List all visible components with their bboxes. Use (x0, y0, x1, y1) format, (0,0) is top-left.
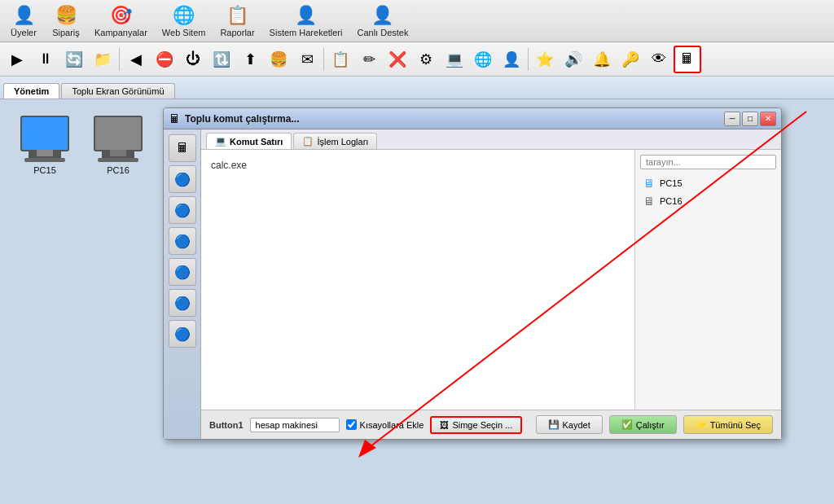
simge-icon: 🖼 (440, 420, 449, 430)
calistir-label: Çalıştır (636, 420, 665, 430)
tab-toplu-label: Toplu Ekran Görünümü (72, 86, 164, 96)
kampanyalar-label: Kampanyalar (94, 28, 147, 37)
toolbar-cycle[interactable]: 🔃 (208, 46, 235, 73)
menu-kampanyalar[interactable]: 🎯 Kampanyalar (88, 2, 154, 41)
menu-siparis[interactable]: 🍔 Sipariş (46, 2, 86, 41)
websitem-icon: 🌐 (173, 5, 195, 26)
tumunu-icon: ⭐ (696, 419, 707, 430)
tab-toplu[interactable]: Toplu Ekran Görünümü (61, 83, 174, 99)
pc-list-panel: 🖥 PC15 🖥 PC16 (634, 150, 781, 410)
toolbar-calc[interactable]: 🖩 (674, 46, 701, 73)
dialog-sidebar: 🖩 🔵 🔵 🔵 🔵 🔵 🔵 (164, 129, 201, 439)
toolbar-stop[interactable]: ⛔ (151, 46, 178, 73)
sidebar-icon-2[interactable]: 🔵 (169, 165, 196, 193)
toolbar: ▶ ⏸ 🔄 📁 ◀ ⛔ ⏻ 🔃 ⬆ 🍔 ✉ 📋 ✏ ❌ ⚙ 💻 🌐 👤 ⭐ 🔊 … (0, 42, 834, 77)
raporlar-label: Raporlar (220, 28, 254, 37)
toolbar-terminal[interactable]: 💻 (441, 46, 468, 73)
destek-label: Canlı Destek (357, 28, 408, 37)
toolbar-star[interactable]: ⭐ (531, 46, 559, 73)
toolbar-eye[interactable]: 👁 (645, 46, 673, 73)
toolbar-settings[interactable]: ⚙ (412, 46, 440, 73)
dialog-footer: Button1 Kısayollara Ekle 🖼 Simge Seçin .… (201, 410, 781, 439)
calistir-button[interactable]: ✅ Çalıştır (609, 415, 677, 434)
kaydet-button[interactable]: 💾 Kaydet (536, 415, 603, 434)
toolbar-bell[interactable]: 🔔 (588, 46, 616, 73)
toolbar-edit[interactable]: ✏ (355, 46, 383, 73)
dialog-overlay: 🖩 Toplu komut çalıştırma... ─ □ ✕ 🖩 🔵 🔵 … (0, 99, 834, 504)
toolbar-globe[interactable]: 🌐 (469, 46, 497, 73)
toolbar-power[interactable]: ⏻ (179, 46, 207, 73)
dialog-close[interactable]: ✕ (760, 112, 776, 126)
sidebar-icon-3[interactable]: 🔵 (169, 196, 196, 224)
search-input[interactable] (640, 155, 776, 169)
pc-list-item-pc16[interactable]: 🖥 PC16 (640, 192, 776, 210)
dialog-controls: ─ □ ✕ (724, 112, 776, 126)
toolbar-list[interactable]: 📋 (327, 46, 354, 73)
menu-websitem[interactable]: 🌐 Web Sitem (156, 2, 213, 41)
dialog-main: 💻 Komut Satırı 📋 İşlem Logları calc.exe (201, 129, 781, 439)
svg-marker-1 (358, 440, 376, 458)
toolbar-delete[interactable]: ❌ (384, 46, 411, 73)
websitem-label: Web Sitem (162, 28, 206, 37)
dialog-content: calc.exe 🖥 PC15 🖥 PC16 (201, 150, 781, 410)
menu-destek[interactable]: 👤 Canlı Destek (350, 2, 415, 41)
tab-yonetim[interactable]: Yönetim (3, 83, 59, 99)
toolbar-person[interactable]: 👤 (498, 46, 525, 73)
dialog-title: Toplu komut çalıştırma... (185, 113, 724, 125)
main-content: PC15 PC16 🖩 Toplu komut çalıştırma... ─ … (0, 99, 834, 504)
sidebar-icon-5[interactable]: 🔵 (169, 258, 196, 286)
tumunu-sec-button[interactable]: ⭐ Tümünü Seç (683, 415, 773, 434)
menu-uyeler[interactable]: 👤 Üyeler (3, 2, 44, 41)
tab-islem[interactable]: 📋 İşlem Logları (293, 133, 377, 149)
sidebar-icon-1[interactable]: 🖩 (169, 134, 196, 162)
menu-sistem[interactable]: 👤 Sistem Hareketleri (263, 2, 349, 41)
tab-komut-icon: 💻 (215, 136, 226, 147)
sep3 (528, 48, 529, 71)
dialog-title-icon: 🖩 (169, 112, 180, 125)
button1-input[interactable] (250, 418, 340, 432)
sidebar-icon-7[interactable]: 🔵 (169, 320, 196, 348)
sep1 (119, 48, 120, 71)
calistir-icon: ✅ (621, 419, 633, 430)
toplu-komut-dialog: 🖩 Toplu komut çalıştırma... ─ □ ✕ 🖩 🔵 🔵 … (163, 107, 782, 440)
pc-list-item-pc15[interactable]: 🖥 PC15 (640, 174, 776, 192)
dialog-minimize[interactable]: ─ (724, 112, 740, 126)
sidebar-icon-6[interactable]: 🔵 (169, 289, 196, 317)
uyeler-icon: 👤 (13, 5, 35, 26)
tab-islem-icon: 📋 (302, 136, 314, 147)
tab-komut-label: Komut Satırı (230, 137, 283, 147)
simge-label: Simge Seçin ... (452, 420, 512, 430)
kaydet-icon: 💾 (548, 419, 560, 430)
raporlar-icon: 📋 (226, 5, 248, 26)
toolbar-back[interactable]: ◀ (122, 46, 150, 73)
sistem-label: Sistem Hareketleri (270, 28, 343, 37)
toolbar-folder[interactable]: 📁 (89, 46, 116, 73)
command-area: calc.exe (201, 150, 634, 410)
toolbar-refresh[interactable]: 🔄 (60, 46, 88, 73)
menu-raporlar[interactable]: 📋 Raporlar (213, 2, 261, 41)
kisayol-checkbox[interactable] (346, 419, 357, 430)
button1-label: Button1 (209, 420, 244, 430)
footer-left: Button1 Kısayollara Ekle 🖼 Simge Seçin .… (209, 416, 529, 434)
toolbar-key[interactable]: 🔑 (617, 46, 644, 73)
tab-komut[interactable]: 💻 Komut Satırı (206, 133, 292, 149)
simge-secin-button[interactable]: 🖼 Simge Seçin ... (430, 416, 522, 434)
siparis-icon: 🍔 (55, 5, 77, 26)
toolbar-email[interactable]: ✉ (293, 46, 321, 73)
dialog-tabs: 💻 Komut Satırı 📋 İşlem Logları (201, 129, 781, 150)
toolbar-burger[interactable]: 🍔 (265, 46, 292, 73)
toolbar-volume[interactable]: 🔊 (560, 46, 587, 73)
dialog-titlebar: 🖩 Toplu komut çalıştırma... ─ □ ✕ (164, 108, 781, 129)
sidebar-icon-4[interactable]: 🔵 (169, 227, 196, 255)
pc16-list-label: PC16 (660, 196, 683, 206)
toolbar-pause[interactable]: ⏸ (32, 46, 59, 73)
pc16-list-icon: 🖥 (643, 195, 655, 208)
tab-yonetim-label: Yönetim (14, 86, 49, 96)
siparis-label: Sipariş (52, 28, 80, 37)
kampanyalar-icon: 🎯 (110, 5, 132, 26)
sistem-icon: 👤 (295, 5, 317, 26)
toolbar-up[interactable]: ⬆ (236, 46, 264, 73)
dialog-maximize[interactable]: □ (742, 112, 758, 126)
toolbar-play[interactable]: ▶ (3, 46, 31, 73)
command-text: calc.exe (208, 156, 628, 174)
